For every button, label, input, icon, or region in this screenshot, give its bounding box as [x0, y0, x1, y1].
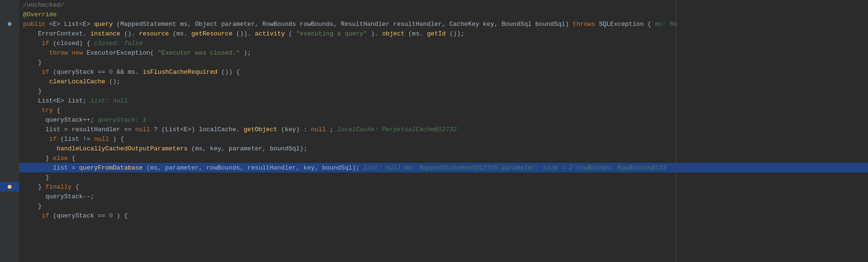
- code-line-10: }: [19, 86, 868, 96]
- code-line-12: try {: [19, 105, 868, 115]
- code-line-6: throw new ExecutorException( "Executor w…: [19, 48, 868, 57]
- gutter-line: [0, 29, 19, 38]
- gutter-line: [0, 96, 19, 105]
- code-line-5: if (closed) { closed: false: [19, 38, 868, 48]
- code-line-9: clearLocalCache ();: [19, 77, 868, 86]
- code-line-1: /unchecked/: [19, 0, 868, 10]
- gutter-line: [0, 230, 19, 239]
- gutter-line: [0, 153, 19, 163]
- code-line-14: list = resultHandler == null ? (List<E>)…: [19, 125, 868, 134]
- gutter-breakpoint-active[interactable]: [0, 182, 19, 192]
- code-line-11: List<E> list; list: null: [19, 96, 868, 105]
- gutter-line: [0, 144, 19, 153]
- code-lines: /unchecked/ @Override public <E> List<E>…: [19, 0, 868, 220]
- gutter: [0, 0, 19, 262]
- gutter-line: [0, 220, 19, 230]
- code-line-4: ErrorContext. instance (). resource (ms.…: [19, 29, 868, 38]
- code-line-7: }: [19, 57, 868, 67]
- gutter-line: [0, 86, 19, 96]
- code-line-19: }: [19, 172, 868, 182]
- gutter-line: [0, 172, 19, 182]
- code-line-17: } else {: [19, 153, 868, 163]
- code-line-21: queryStack--;: [19, 192, 868, 201]
- gutter-line: [0, 134, 19, 144]
- gutter-line: [0, 77, 19, 86]
- code-line-22: }: [19, 201, 868, 211]
- gutter-line: [0, 163, 19, 172]
- gutter-line: [0, 125, 19, 134]
- gutter-line: [0, 48, 19, 57]
- editor-divider: [676, 0, 676, 262]
- code-line-18-highlighted: list = queryFromDatabase (ms, parameter,…: [19, 163, 868, 172]
- code-area: /unchecked/ @Override public <E> List<E>…: [19, 0, 868, 262]
- code-line-13: queryStack++; queryStack: 1: [19, 115, 868, 125]
- gutter-line: [0, 211, 19, 220]
- gutter-line: [0, 105, 19, 115]
- code-line-23: if (queryStack == 0 ) {: [19, 211, 868, 220]
- gutter-line: [0, 192, 19, 201]
- gutter-line: [0, 57, 19, 67]
- code-line-16: handleLocallyCachedOutputParameters (ms,…: [19, 144, 868, 153]
- code-line-20: } finally {: [19, 182, 868, 192]
- gutter-line: [0, 201, 19, 211]
- gutter-line: [0, 115, 19, 125]
- code-line-2: @Override: [19, 10, 868, 19]
- code-line-8: if (queryStack == 0 && ms. isFlushCacheR…: [19, 67, 868, 77]
- code-line-3: public <E> List<E> query (MappedStatemen…: [19, 19, 868, 29]
- gutter-breakpoint[interactable]: [0, 19, 19, 29]
- code-line-15: if (list != null ) {: [19, 134, 868, 144]
- gutter-line: [0, 38, 19, 48]
- gutter-line: [0, 67, 19, 77]
- code-editor: /unchecked/ @Override public <E> List<E>…: [0, 0, 868, 262]
